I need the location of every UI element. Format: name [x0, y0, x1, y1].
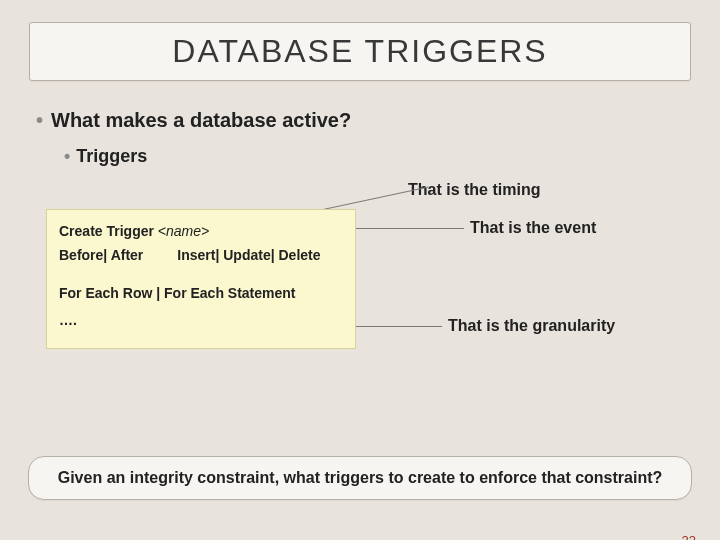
page-number: 22 — [682, 533, 696, 540]
annotation-event: That is the event — [470, 219, 596, 237]
bullet-level2-text: Triggers — [76, 146, 147, 166]
annotation-timing: That is the timing — [408, 181, 540, 199]
bullet-icon: • — [36, 109, 43, 131]
code-text: Insert| Update| Delete — [177, 247, 320, 263]
code-line-4: …. — [59, 309, 343, 333]
slide-title: DATABASE TRIGGERS — [30, 33, 690, 70]
code-line-2: Before| AfterInsert| Update| Delete — [59, 244, 343, 268]
slide: DATABASE TRIGGERS •What makes a database… — [0, 22, 720, 540]
annotation-granularity: That is the granularity — [448, 317, 615, 335]
bullet-icon: • — [64, 146, 70, 166]
bottom-question-box: Given an integrity constraint, what trig… — [28, 456, 692, 500]
bullet-level2: •Triggers — [64, 146, 720, 167]
bottom-question-text: Given an integrity constraint, what trig… — [58, 469, 663, 486]
bullet-level1: •What makes a database active? — [36, 109, 720, 132]
code-placeholder: <name> — [158, 223, 209, 239]
arrow-event — [350, 228, 464, 229]
bullet-level1-text: What makes a database active? — [51, 109, 351, 131]
content-area: •What makes a database active? •Triggers — [36, 109, 720, 167]
code-text: Create Trigger — [59, 223, 158, 239]
diagram-area: That is the timing That is the event Tha… — [0, 177, 720, 387]
code-line-3: For Each Row | For Each Statement — [59, 282, 343, 306]
title-bar: DATABASE TRIGGERS — [29, 22, 691, 81]
code-line-1: Create Trigger <name> — [59, 220, 343, 244]
code-box: Create Trigger <name> Before| AfterInser… — [46, 209, 356, 349]
code-text: Before| After — [59, 247, 143, 263]
